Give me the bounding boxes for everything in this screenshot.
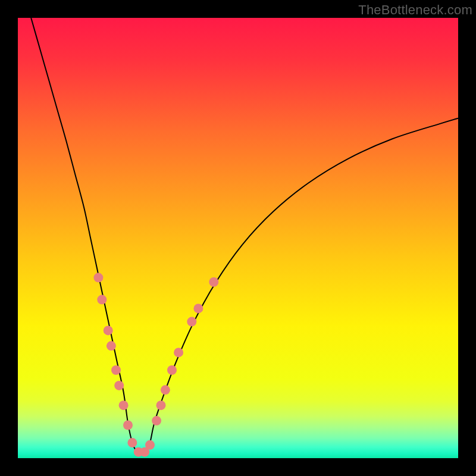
data-marker (152, 416, 161, 425)
data-marker (93, 273, 103, 283)
data-marker (114, 381, 124, 390)
data-marker (123, 421, 133, 430)
curve-layer (18, 18, 458, 458)
data-marker (156, 400, 166, 410)
data-marker (104, 325, 113, 335)
data-marker (209, 277, 218, 287)
bottleneck-curve (31, 18, 458, 454)
data-marker (174, 347, 183, 357)
data-marker (161, 385, 170, 394)
data-marker (145, 440, 155, 450)
data-marker (167, 365, 177, 375)
marker-group (93, 273, 218, 457)
chart-frame: TheBottleneck.com (0, 0, 476, 476)
data-marker (119, 400, 129, 410)
data-marker (97, 295, 107, 305)
data-marker (107, 341, 116, 350)
data-marker (187, 317, 196, 327)
data-marker (111, 365, 121, 375)
data-marker (127, 438, 137, 447)
data-marker (193, 303, 203, 313)
watermark-text: TheBottleneck.com (358, 2, 472, 18)
plot-area (18, 18, 458, 458)
